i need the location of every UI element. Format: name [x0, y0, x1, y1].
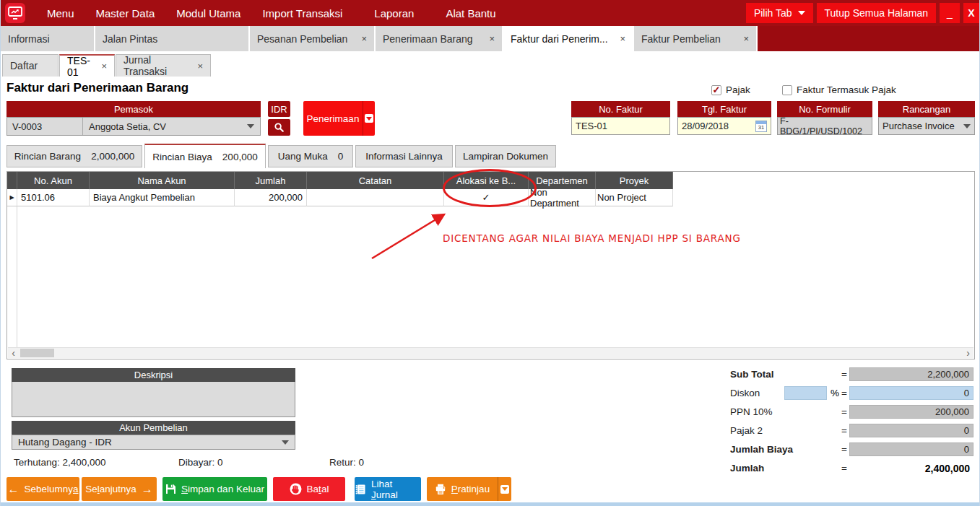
- diskon-value-input[interactable]: 0: [849, 386, 974, 400]
- akun-pembelian-header: Akun Pembelian: [12, 421, 295, 435]
- faktur-termasuk-pajak-checkbox[interactable]: [782, 85, 792, 95]
- vendor-name-field[interactable]: Anggota Setia, CV: [83, 121, 172, 132]
- search-vendor-button[interactable]: [268, 119, 290, 136]
- tab-uang-muka[interactable]: Uang Muka 0: [268, 145, 353, 167]
- pilih-tab-button[interactable]: Pilih Tab: [746, 3, 813, 23]
- menu-item-modul-utama[interactable]: Modul Utama: [176, 7, 240, 19]
- status-label: Dibayar:: [178, 457, 214, 468]
- close-tab-icon[interactable]: ×: [197, 61, 203, 71]
- pemasok-selector[interactable]: V-0003 Anggota Setia, CV: [6, 117, 261, 136]
- subtotal-label: Sub Total: [730, 369, 774, 380]
- scroll-left-button[interactable]: ‹: [8, 348, 19, 358]
- scroll-right-button[interactable]: ›: [963, 348, 974, 358]
- scroll-left-icon: ‹: [12, 347, 15, 359]
- grid-header-jumlah[interactable]: Jumlah: [235, 172, 307, 189]
- akun-pembelian-select[interactable]: Hutang Dagang - IDR: [12, 435, 295, 450]
- cell-no-akun[interactable]: 5101.06: [17, 189, 90, 206]
- tab-pesanan-pembelian[interactable]: Pesanan Pembelian ×: [250, 26, 376, 51]
- close-all-label: Tutup Semua Halaman: [825, 7, 928, 19]
- tab-penerimaan-barang[interactable]: Penerimaan Barang ×: [376, 26, 503, 51]
- calendar-day: 31: [756, 124, 766, 131]
- header-label: Catatan: [359, 175, 392, 186]
- grid-header-catatan[interactable]: Catatan: [307, 172, 444, 189]
- pratinjau-split-button: Pratinjau: [427, 477, 511, 501]
- ppn-label: PPN 10%: [730, 406, 773, 417]
- tab-faktur-dari-penerimaan[interactable]: Faktur dari Penerim... ×: [503, 26, 634, 51]
- equals-sign: =: [841, 463, 847, 474]
- calendar-icon[interactable]: 31: [755, 121, 767, 132]
- simpan-dan-keluar-button[interactable]: Simpan dan Keluar: [162, 477, 267, 501]
- jumlah-label: Jumlah: [730, 463, 764, 474]
- tab-label: Informasi Lainnya: [365, 151, 443, 162]
- tab-informasi[interactable]: Informasi: [1, 26, 95, 51]
- record-selector-column: [7, 189, 17, 347]
- window-close-button[interactable]: X: [963, 3, 979, 23]
- journal-icon: [355, 484, 366, 495]
- rancangan-select[interactable]: Purchase Invoice: [878, 117, 975, 135]
- currency-button[interactable]: IDR: [268, 101, 290, 117]
- menu-item-import-transaksi[interactable]: Import Transaksi: [262, 7, 342, 19]
- tab-daftar[interactable]: Daftar: [2, 54, 58, 77]
- pajak-checkbox[interactable]: ✓: [711, 85, 721, 95]
- cell-jumlah[interactable]: 200,000: [235, 189, 307, 206]
- selanjutnya-button[interactable]: Selanjutnya →: [82, 477, 157, 501]
- field-value: Purchase Invoice: [883, 121, 955, 131]
- tab-lampiran-dokumen[interactable]: Lampiran Dokumen: [455, 145, 556, 167]
- horizontal-scrollbar[interactable]: ‹ ›: [8, 347, 974, 358]
- batal-button[interactable]: Batal: [273, 477, 345, 501]
- penerimaan-dropdown-button[interactable]: [363, 101, 375, 136]
- tab-rincian-biaya[interactable]: Rincian Biaya 200,000: [144, 144, 266, 168]
- button-label: Lihat Jurnal: [371, 479, 421, 500]
- cell-proyek[interactable]: Non Project: [596, 189, 673, 206]
- dibayar-status: Dibayar: 0: [178, 457, 223, 468]
- button-label: Simpan dan Keluar: [181, 484, 264, 494]
- tab-informasi-lainnya[interactable]: Informasi Lainnya: [355, 145, 453, 167]
- deskripsi-label: Deskripsi: [134, 370, 173, 380]
- cell-departemen[interactable]: Non Department: [529, 189, 596, 206]
- menu-item-menu[interactable]: Menu: [47, 7, 74, 19]
- chevron-down-icon[interactable]: [247, 124, 254, 128]
- cell-catatan[interactable]: [307, 189, 444, 206]
- close-all-pages-button[interactable]: Tutup Semua Halaman: [817, 3, 936, 23]
- pratinjau-dropdown-button[interactable]: [498, 485, 511, 494]
- sebelumnya-button[interactable]: ← Sebelumnya: [6, 477, 79, 501]
- close-tab-icon[interactable]: ×: [737, 33, 749, 44]
- menu-item-laporan[interactable]: Laporan: [374, 7, 414, 19]
- minimize-button[interactable]: _: [940, 3, 960, 23]
- menu-item-alat-bantu[interactable]: Alat Bantu: [446, 7, 495, 19]
- vendor-code-field[interactable]: V-0003: [7, 118, 83, 135]
- tab-jurnal-transaksi[interactable]: Jurnal Transaksi ×: [116, 54, 211, 77]
- no-faktur-input[interactable]: TES-01: [571, 117, 670, 135]
- faktur-termasuk-pajak-label: Faktur Termasuk Pajak: [797, 84, 896, 95]
- pajak2-label: Pajak 2: [730, 425, 763, 436]
- value: 200,000: [935, 406, 969, 417]
- menu-item-master-data[interactable]: Master Data: [96, 7, 155, 19]
- close-tab-icon[interactable]: ×: [614, 33, 625, 44]
- row-selector-cell[interactable]: ▶: [7, 189, 17, 206]
- tab-tes-01[interactable]: TES-01 ×: [59, 54, 115, 77]
- percent-sign: %: [831, 388, 839, 398]
- grid-header-proyek[interactable]: Proyek: [596, 172, 673, 189]
- tab-jalan-pintas[interactable]: Jalan Pintas: [95, 26, 250, 51]
- diskon-percent-input[interactable]: [784, 386, 827, 400]
- penerimaan-button[interactable]: Penerimaan: [303, 101, 363, 136]
- close-tab-icon[interactable]: ×: [355, 33, 367, 44]
- tgl-faktur-input[interactable]: 28/09/2018 31: [677, 117, 771, 135]
- printer-icon: [435, 484, 446, 495]
- tab-faktur-pembelian[interactable]: Faktur Pembelian ×: [634, 26, 758, 51]
- pratinjau-button[interactable]: Pratinjau: [427, 484, 498, 495]
- cell-nama-akun[interactable]: Biaya Angkut Pembelian: [90, 189, 235, 206]
- lihat-jurnal-button[interactable]: Lihat Jurnal: [355, 477, 421, 501]
- cell-value: 5101.06: [21, 192, 55, 203]
- scrollbar-thumb[interactable]: [20, 349, 54, 357]
- grid-header-nama-akun[interactable]: Nama Akun: [90, 172, 235, 189]
- close-tab-icon[interactable]: ×: [101, 61, 107, 71]
- scroll-right-icon: ›: [966, 347, 970, 359]
- rancangan-header: Rancangan: [878, 101, 975, 117]
- close-tab-icon[interactable]: ×: [483, 33, 495, 44]
- grid-header-no-akun[interactable]: No. Akun: [17, 172, 90, 189]
- deskripsi-textarea[interactable]: [12, 382, 295, 417]
- app-logo-icon[interactable]: [5, 3, 25, 23]
- row-selector-icon: ▶: [9, 194, 14, 201]
- tab-rincian-barang[interactable]: Rincian Barang 2,000,000: [6, 145, 142, 167]
